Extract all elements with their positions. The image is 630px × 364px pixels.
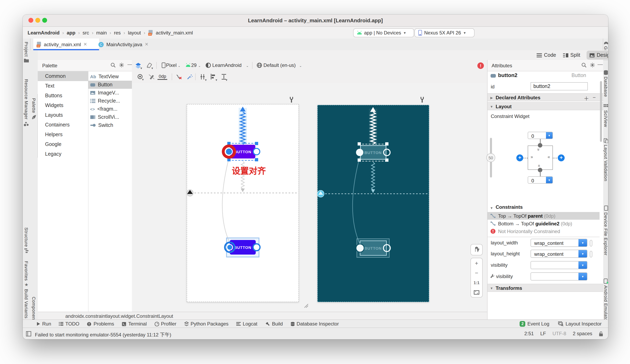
sidebar-item-structure[interactable]: Structure: [23, 227, 30, 253]
zoom-out-button[interactable]: −: [471, 268, 482, 278]
palette-item-textview[interactable]: Ab TextView: [88, 73, 132, 81]
line-ending[interactable]: LF: [540, 331, 546, 337]
canvas-resize-handle[interactable]: [302, 302, 308, 308]
margin-top-dropdown[interactable]: 0▾: [528, 132, 553, 139]
search-icon[interactable]: [110, 62, 116, 68]
layout-inspector-button[interactable]: Layout Inspector: [558, 321, 602, 327]
left-anchor[interactable]: [227, 244, 232, 250]
api-level-dropdown[interactable]: 29: [191, 62, 197, 68]
layout-height-dropdown[interactable]: wrap_content▾: [530, 250, 588, 258]
attributes-scrollbar[interactable]: [600, 81, 602, 142]
button1-selected[interactable]: BUTTON: [356, 142, 390, 162]
button1-selected[interactable]: BUTTON: [223, 142, 260, 161]
constraint-row-top[interactable]: Top → TopOf parent (0dp): [488, 212, 600, 220]
zoom-100-button[interactable]: 1:1: [471, 278, 482, 287]
locale-dropdown[interactable]: Default (en-us): [264, 62, 296, 68]
event-log-button[interactable]: 2 Event Log: [520, 321, 549, 327]
toolwindow-terminal[interactable]: Terminal: [122, 321, 147, 327]
tools-visibility-dropdown[interactable]: ▾: [530, 272, 588, 281]
gear-icon[interactable]: [119, 62, 124, 68]
palette-category-widgets[interactable]: Widgets: [38, 101, 88, 110]
sidebar-item-palette[interactable]: Palette: [30, 98, 38, 120]
width-toggle-handle[interactable]: [590, 240, 592, 246]
blueprint-wrench-icon[interactable]: [419, 96, 425, 103]
resize-handle[interactable]: [255, 158, 258, 161]
add-attribute-button[interactable]: ＋: [584, 94, 589, 102]
resize-handle[interactable]: [255, 142, 258, 145]
pan-button[interactable]: [470, 244, 483, 255]
add-right-constraint-button[interactable]: +: [558, 155, 565, 161]
run-configuration-select[interactable]: app | No Devices ▼: [353, 28, 414, 37]
status-message[interactable]: Failed to start monitoring emulator-5554…: [35, 331, 171, 338]
sidebar-item-sciview[interactable]: SciView: [603, 104, 608, 127]
breadcrumb-main[interactable]: main: [96, 30, 107, 35]
view-mode-design[interactable]: Design: [586, 51, 608, 60]
tab-activity-main-xml[interactable]: <> activity_main.xml ✕: [33, 38, 99, 50]
margin-bottom-dropdown[interactable]: 0▾: [528, 176, 553, 183]
zoom-fit-icon[interactable]: [471, 287, 482, 297]
palette-category-buttons[interactable]: Buttons: [38, 91, 88, 101]
bias-value[interactable]: 50: [486, 153, 495, 162]
sidebar-item-android-emulator[interactable]: Android Emulator: [603, 278, 608, 323]
toolwindow-logcat[interactable]: Logcat: [236, 321, 257, 327]
lock-icon[interactable]: [599, 331, 603, 336]
palette-category-containers[interactable]: Containers: [38, 120, 88, 130]
right-anchor[interactable]: [253, 244, 260, 251]
toolwindow-problems[interactable]: Problems: [87, 321, 114, 327]
sidebar-item-resource-manager[interactable]: Resource Manager: [23, 79, 30, 126]
toolwindow-toggle-icon[interactable]: [26, 331, 31, 337]
visibility-dropdown[interactable]: ▾: [530, 261, 588, 269]
palette-item-fragment[interactable]: <> <fragm...: [88, 105, 132, 113]
theme-dropdown[interactable]: LearnAndroid: [212, 62, 242, 68]
toolwindow-python-packages[interactable]: Python Packages: [184, 321, 228, 327]
indent-setting[interactable]: 2 spaces: [573, 331, 592, 337]
caret-position[interactable]: 2:51: [524, 331, 534, 337]
close-tab-icon[interactable]: ✕: [145, 42, 148, 47]
constraint-widget-square[interactable]: » » « »: [528, 146, 553, 170]
toolwindow-build[interactable]: Build: [265, 321, 283, 327]
view-mode-code[interactable]: Code: [534, 51, 559, 60]
constraint-warning-row[interactable]: Not Horizontally Constrained: [488, 227, 600, 235]
breadcrumb-file[interactable]: activity_main.xml: [156, 30, 193, 35]
palette-item-switch[interactable]: Switch: [88, 121, 132, 129]
id-input[interactable]: button2: [530, 82, 588, 90]
declared-attributes-section[interactable]: ▶ Declared Attributes ＋ −: [488, 93, 603, 101]
palette-category-common[interactable]: Common: [38, 71, 88, 81]
file-encoding[interactable]: UTF-8: [552, 331, 566, 337]
breadcrumb-src[interactable]: src: [82, 30, 89, 35]
add-left-constraint-button[interactable]: +: [516, 155, 523, 161]
toolwindow-profiler[interactable]: Profiler: [154, 321, 176, 327]
left-anchor[interactable]: [226, 148, 232, 155]
sidebar-item-favorites[interactable]: Favorites ★: [23, 261, 30, 287]
palette-category-layouts[interactable]: Layouts: [38, 110, 88, 120]
top-anchor-dot[interactable]: [538, 143, 542, 148]
device-select[interactable]: Nexus 5X API 26 ▼: [414, 28, 474, 37]
device-dropdown[interactable]: Pixel: [166, 62, 176, 68]
resize-handle[interactable]: [385, 142, 388, 146]
toolwindow-run[interactable]: Run: [36, 321, 51, 327]
blueprint-view-phone[interactable]: BUTTON BUTTON: [318, 105, 429, 302]
left-anchor[interactable]: [356, 244, 364, 252]
palette-category-google[interactable]: Google: [38, 140, 88, 149]
gear-icon[interactable]: [590, 62, 595, 68]
palette-category-legacy[interactable]: Legacy: [38, 149, 88, 159]
sidebar-item-layout-validation[interactable]: Layout Validation: [603, 138, 608, 182]
hide-panel-icon[interactable]: —: [598, 61, 603, 67]
toolwindow-todo[interactable]: TODO: [59, 321, 79, 327]
autoconnect-off-icon[interactable]: [148, 73, 155, 80]
palette-category-text[interactable]: Text: [38, 81, 88, 91]
palette-item-scrollview[interactable]: ScrollVi...: [88, 113, 132, 121]
design-view-phone[interactable]: BUTTON BUTTON 设置对齐: [187, 104, 299, 302]
component-tree-path[interactable]: androidx.constraintlayout.widget.Constra…: [65, 313, 173, 319]
breadcrumb-res[interactable]: res: [114, 30, 120, 35]
breadcrumb-project[interactable]: LearnAndroid: [28, 30, 60, 35]
remove-attribute-button[interactable]: −: [593, 94, 596, 101]
resize-handle[interactable]: [358, 142, 361, 146]
palette-item-recyclerview[interactable]: Recycle...: [88, 97, 132, 105]
design-surface[interactable]: BUTTON BUTTON 设置对齐: [132, 83, 487, 312]
tab-mainactivity-java[interactable]: C MainActivity.java ✕: [95, 38, 158, 50]
clear-constraints-icon[interactable]: [176, 73, 182, 80]
sidebar-item-device-file-explorer[interactable]: Device File Explorer: [603, 205, 608, 256]
infer-constraints-icon[interactable]: [186, 73, 193, 80]
button2-widget[interactable]: BUTTON: [225, 238, 260, 257]
